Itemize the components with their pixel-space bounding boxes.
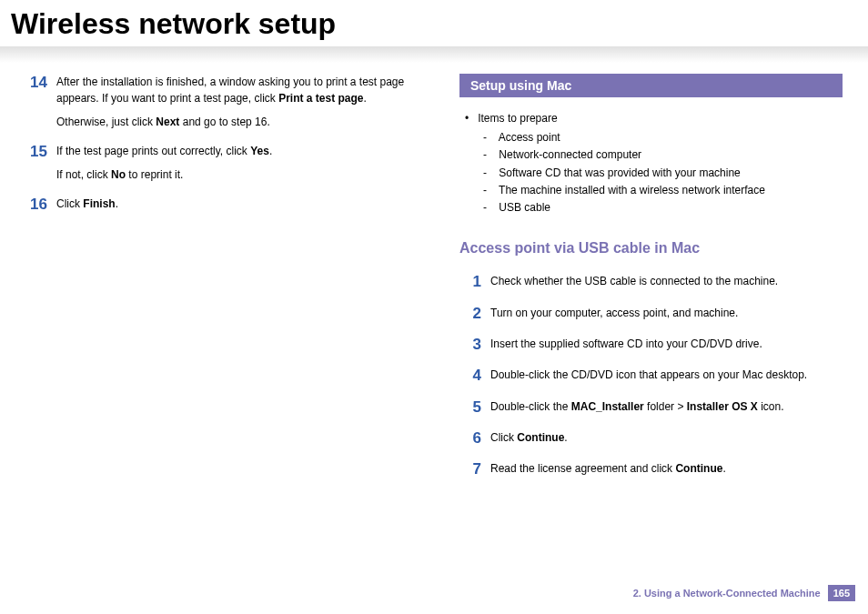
step-number: 5 <box>459 398 490 417</box>
step: 4Double-click the CD/DVD icon that appea… <box>459 367 843 385</box>
step-body: Click Continue. <box>490 429 843 448</box>
step-body: Turn on your computer, access point, and… <box>490 305 843 323</box>
step-number: 2 <box>459 305 490 323</box>
prep-item: - The machine installed with a wireless … <box>483 182 843 199</box>
right-column: Setup using Mac• Items to prepare- Acces… <box>434 74 868 492</box>
prep-item: - Access point <box>483 129 843 146</box>
step-number: 3 <box>459 336 490 354</box>
content: 14After the installation is finished, a … <box>0 63 868 492</box>
step: 6Click Continue. <box>459 429 843 448</box>
footer: 2. Using a Network-Connected Machine 165 <box>633 585 855 601</box>
step: 7Read the license agreement and click Co… <box>459 460 843 478</box>
subheading: Access point via USB cable in Mac <box>459 240 843 257</box>
step: 5Double-click the MAC_Installer folder >… <box>459 398 843 417</box>
step: 14After the installation is finished, a … <box>25 74 409 130</box>
footer-page-number: 165 <box>828 585 855 601</box>
prep-item: - Network-connected computer <box>483 146 843 164</box>
step-body: Double-click the CD/DVD icon that appear… <box>490 367 843 385</box>
step-number: 6 <box>459 429 490 448</box>
step: 3Insert the supplied software CD into yo… <box>459 336 843 354</box>
step-body: Insert the supplied software CD into you… <box>490 336 843 354</box>
page-title: Wireless network setup <box>0 0 868 48</box>
step: 1Check whether the USB cable is connecte… <box>459 273 843 291</box>
step-body: If the test page prints out correctly, c… <box>56 143 409 183</box>
step-body: Double-click the MAC_Installer folder > … <box>490 398 843 417</box>
prep-label: • Items to prepare <box>465 110 843 127</box>
section-header: Setup using Mac <box>459 74 843 97</box>
step-number: 7 <box>459 460 490 478</box>
step-number: 16 <box>25 196 56 214</box>
step: 15If the test page prints out correctly,… <box>25 143 409 183</box>
step-body: Check whether the USB cable is connected… <box>490 273 843 291</box>
step: 16Click Finish. <box>25 196 409 214</box>
step: 2Turn on your computer, access point, an… <box>459 305 843 323</box>
prep-item: - USB cable <box>483 199 843 216</box>
step-number: 1 <box>459 273 490 291</box>
footer-chapter: 2. Using a Network-Connected Machine <box>633 588 821 599</box>
left-column: 14After the installation is finished, a … <box>0 74 434 492</box>
step-number: 15 <box>25 143 56 183</box>
step-body: Click Finish. <box>56 196 409 214</box>
title-shadow <box>0 46 868 63</box>
step-number: 4 <box>459 367 490 385</box>
step-body: Read the license agreement and click Con… <box>490 460 843 478</box>
step-number: 14 <box>25 74 56 130</box>
step-body: After the installation is finished, a wi… <box>56 74 409 130</box>
prep-item: - Software CD that was provided with you… <box>483 165 843 182</box>
